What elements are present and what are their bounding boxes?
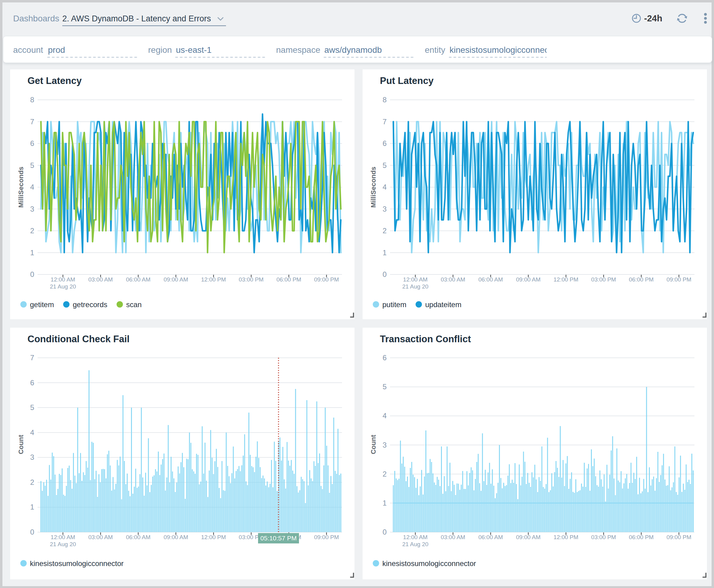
svg-text:Count: Count xyxy=(17,435,25,454)
svg-text:06:00 PM: 06:00 PM xyxy=(629,276,654,283)
svg-text:prod: prod xyxy=(48,45,65,55)
svg-text:4: 4 xyxy=(30,183,34,191)
svg-text:12:00 PM: 12:00 PM xyxy=(554,534,578,540)
svg-text:getitem: getitem xyxy=(30,300,54,309)
svg-text:06:00 AM: 06:00 AM xyxy=(126,534,150,540)
svg-text:2. AWS DynamoDB - Latency and: 2. AWS DynamoDB - Latency and Errors xyxy=(62,14,211,23)
svg-text:7: 7 xyxy=(383,118,387,126)
svg-text:7: 7 xyxy=(30,118,34,126)
svg-text:0: 0 xyxy=(30,528,34,536)
svg-text:6: 6 xyxy=(383,139,387,147)
svg-text:5: 5 xyxy=(383,161,387,169)
svg-text:09:00 AM: 09:00 AM xyxy=(164,534,188,540)
svg-text:03:00 AM: 03:00 AM xyxy=(88,276,113,283)
svg-text:scan: scan xyxy=(126,300,142,309)
svg-text:12:00 PM: 12:00 PM xyxy=(201,534,226,540)
svg-text:3: 3 xyxy=(383,205,387,213)
svg-text:03:00 AM: 03:00 AM xyxy=(88,534,113,540)
svg-text:2: 2 xyxy=(30,478,34,486)
svg-text:Conditional Check Fail: Conditional Check Fail xyxy=(27,334,129,344)
svg-text:0: 0 xyxy=(30,270,34,278)
svg-text:entity: entity xyxy=(425,45,445,55)
svg-text:Transaction Conflict: Transaction Conflict xyxy=(380,334,471,344)
svg-text:7: 7 xyxy=(30,354,34,362)
svg-text:03:00 PM: 03:00 PM xyxy=(591,534,616,540)
svg-text:21 Aug 20: 21 Aug 20 xyxy=(402,283,428,290)
svg-text:Dashboards: Dashboards xyxy=(13,14,59,23)
svg-text:09:00 AM: 09:00 AM xyxy=(516,276,540,283)
svg-text:updateitem: updateitem xyxy=(425,300,462,309)
svg-text:1: 1 xyxy=(383,249,387,257)
svg-text:putitem: putitem xyxy=(382,300,406,309)
svg-text:3: 3 xyxy=(30,205,34,213)
svg-text:06:00 AM: 06:00 AM xyxy=(478,534,503,540)
svg-text:MilliSeconds: MilliSeconds xyxy=(17,167,25,208)
svg-text:06:00 AM: 06:00 AM xyxy=(126,276,150,283)
svg-text:12:00 AM: 12:00 AM xyxy=(51,276,75,283)
svg-text:4: 4 xyxy=(383,412,387,420)
svg-text:Count: Count xyxy=(369,435,377,454)
svg-text:6: 6 xyxy=(30,379,34,387)
svg-text:5: 5 xyxy=(30,161,34,169)
svg-text:21 Aug 20: 21 Aug 20 xyxy=(50,541,76,547)
svg-text:03:00 PM: 03:00 PM xyxy=(239,276,264,283)
svg-text:06:00 PM: 06:00 PM xyxy=(629,534,654,540)
svg-text:Get Latency: Get Latency xyxy=(27,76,82,86)
svg-text:09:00 PM: 09:00 PM xyxy=(314,534,339,540)
svg-text:03:00 PM: 03:00 PM xyxy=(591,276,616,283)
svg-text:06:00 AM: 06:00 AM xyxy=(478,276,503,283)
svg-text:aws/dynamodb: aws/dynamodb xyxy=(324,45,382,55)
svg-text:MilliSeconds: MilliSeconds xyxy=(369,167,377,208)
svg-text:12:00 PM: 12:00 PM xyxy=(201,276,226,283)
svg-text:kinesistosumologicconnector: kinesistosumologicconnector xyxy=(30,559,124,568)
svg-text:getrecords: getrecords xyxy=(73,300,107,309)
svg-text:region: region xyxy=(148,45,172,55)
svg-text:3: 3 xyxy=(30,453,34,461)
svg-text:5: 5 xyxy=(383,382,387,391)
svg-text:03:00 AM: 03:00 AM xyxy=(441,534,465,540)
svg-text:4: 4 xyxy=(383,183,387,191)
svg-text:2: 2 xyxy=(383,227,387,235)
svg-text:2: 2 xyxy=(383,470,387,478)
svg-text:03:00 AM: 03:00 AM xyxy=(441,276,465,283)
svg-text:05:10:57 PM: 05:10:57 PM xyxy=(260,534,297,542)
svg-text:6: 6 xyxy=(30,139,34,147)
svg-text:09:00 PM: 09:00 PM xyxy=(314,276,339,283)
svg-text:8: 8 xyxy=(30,96,34,104)
svg-text:5: 5 xyxy=(30,403,34,412)
svg-text:6: 6 xyxy=(383,354,387,362)
svg-text:1: 1 xyxy=(383,499,387,507)
svg-text:09:00 PM: 09:00 PM xyxy=(666,534,691,540)
svg-text:09:00 AM: 09:00 AM xyxy=(164,276,188,283)
svg-text:kinesistosumologicconnector: kinesistosumologicconnector xyxy=(382,559,476,568)
svg-text:3: 3 xyxy=(383,441,387,449)
svg-text:us-east-1: us-east-1 xyxy=(176,45,212,55)
svg-text:Put Latency: Put Latency xyxy=(380,76,434,86)
svg-text:12:00 AM: 12:00 AM xyxy=(403,534,428,540)
svg-text:12:00 PM: 12:00 PM xyxy=(554,276,578,283)
svg-text:12:00 AM: 12:00 AM xyxy=(51,534,75,540)
svg-text:account: account xyxy=(13,45,43,55)
svg-text:12:00 AM: 12:00 AM xyxy=(403,276,428,283)
svg-text:1: 1 xyxy=(30,503,34,511)
svg-text:21 Aug 20: 21 Aug 20 xyxy=(50,283,76,290)
svg-text:09:00 AM: 09:00 AM xyxy=(516,534,540,540)
svg-text:namespace: namespace xyxy=(276,45,320,55)
svg-text:4: 4 xyxy=(30,428,34,437)
svg-text:0: 0 xyxy=(383,528,387,536)
svg-text:8: 8 xyxy=(383,96,387,104)
svg-text:2: 2 xyxy=(30,227,34,235)
svg-text:kinesistosumologicconnector: kinesistosumologicconnector xyxy=(450,45,559,55)
svg-text:21 Aug 20: 21 Aug 20 xyxy=(402,541,428,547)
svg-text:06:00 PM: 06:00 PM xyxy=(277,276,301,283)
svg-text:09:00 PM: 09:00 PM xyxy=(666,276,691,283)
svg-text:-24h: -24h xyxy=(644,14,662,23)
svg-text:1: 1 xyxy=(30,249,34,257)
svg-text:0: 0 xyxy=(383,270,387,278)
